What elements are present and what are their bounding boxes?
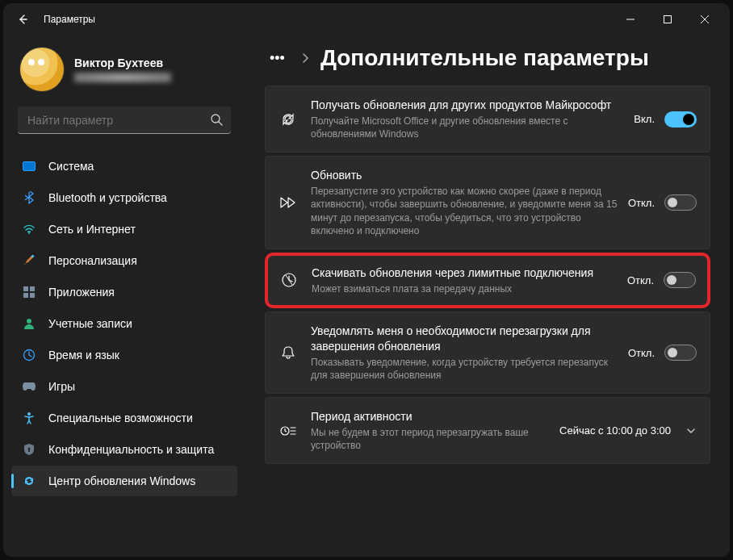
card-desc: Может взиматься плата за передачу данных xyxy=(312,282,619,295)
profile-block[interactable]: Виктор Бухтеев xyxy=(11,42,237,107)
card-title: Обновить xyxy=(311,168,620,183)
person-icon xyxy=(21,316,37,332)
clock-globe-icon xyxy=(21,347,37,363)
maximize-icon xyxy=(663,15,672,24)
bluetooth-icon xyxy=(21,190,37,206)
sidebar-item-network[interactable]: Сеть и Интернет xyxy=(11,214,237,244)
card-title: Получать обновления для других продуктов… xyxy=(311,98,626,113)
card-restart-notify[interactable]: Уведомлять меня о необходимости перезагр… xyxy=(265,311,710,394)
sidebar-item-windows-update[interactable]: Центр обновления Windows xyxy=(11,466,237,496)
svg-point-13 xyxy=(27,319,31,324)
fast-forward-icon xyxy=(275,194,301,211)
sidebar-item-bluetooth[interactable]: Bluetooth и устройства xyxy=(11,182,237,213)
back-button[interactable] xyxy=(10,6,36,32)
avatar xyxy=(19,47,65,92)
wifi-icon xyxy=(21,221,37,237)
apps-icon xyxy=(21,284,37,300)
card-metered-download[interactable]: Скачивать обновления через лимитные подк… xyxy=(265,253,710,308)
sidebar-item-label: Центр обновления Windows xyxy=(48,474,195,487)
active-hours-value: Сейчас с 10:00 до 3:00 xyxy=(559,424,671,437)
search-icon xyxy=(210,113,223,126)
shield-icon xyxy=(21,441,37,458)
settings-cards: Получать обновления для других продуктов… xyxy=(265,86,710,464)
toggle-state-label: Откл. xyxy=(628,347,655,359)
card-desc: Получайте Microsoft Office и другие обно… xyxy=(311,115,626,140)
svg-point-7 xyxy=(28,232,30,234)
card-desc: Мы не будем в этот период перезагружать … xyxy=(311,426,551,452)
close-button[interactable] xyxy=(686,6,723,32)
svg-rect-17 xyxy=(28,449,30,452)
search-box[interactable] xyxy=(18,107,231,134)
search-input[interactable] xyxy=(18,107,231,134)
breadcrumb-overflow-button[interactable]: ••• xyxy=(265,47,290,70)
sidebar-item-personalization[interactable]: Персонализация xyxy=(11,245,237,276)
card-active-hours[interactable]: Период активности Мы не будем в этот пер… xyxy=(265,397,710,464)
close-icon xyxy=(700,15,710,24)
sidebar-item-label: Учетные записи xyxy=(48,317,132,330)
sidebar-item-label: Система xyxy=(48,160,94,173)
sidebar-item-accounts[interactable]: Учетные записи xyxy=(11,308,237,339)
sidebar: Виктор Бухтеев Система Bluetooth и устро… xyxy=(3,36,245,557)
sidebar-item-apps[interactable]: Приложения xyxy=(11,277,237,307)
display-icon xyxy=(21,158,37,174)
chevron-right-icon xyxy=(301,52,309,64)
toggle-state-label: Вкл. xyxy=(634,113,655,125)
svg-point-15 xyxy=(27,412,31,416)
svg-line-6 xyxy=(219,122,222,125)
sidebar-item-accessibility[interactable]: Специальные возможности xyxy=(11,403,237,433)
card-title: Скачивать обновления через лимитные подк… xyxy=(312,265,619,281)
toggle-restart-asap[interactable] xyxy=(664,194,697,211)
sidebar-item-privacy[interactable]: Конфиденциальность и защита xyxy=(11,434,237,465)
sidebar-item-label: Специальные возможности xyxy=(48,412,193,424)
toggle-state-label: Откл. xyxy=(627,274,654,286)
card-other-products-updates[interactable]: Получать обновления для других продуктов… xyxy=(265,86,710,153)
svg-rect-10 xyxy=(30,286,35,291)
metered-icon xyxy=(276,272,302,288)
arrow-left-icon xyxy=(16,13,29,26)
page-title: Дополнительные параметры xyxy=(320,45,649,71)
accessibility-icon xyxy=(21,410,37,426)
window-title: Параметры xyxy=(44,14,95,25)
svg-rect-12 xyxy=(30,293,35,298)
chevron-down-icon xyxy=(685,425,697,437)
svg-point-5 xyxy=(212,115,220,123)
titlebar: Параметры xyxy=(3,3,730,36)
sidebar-item-system[interactable]: Система xyxy=(11,151,237,182)
maximize-button[interactable] xyxy=(649,6,686,32)
toggle-restart-notify[interactable] xyxy=(664,345,697,361)
svg-rect-2 xyxy=(664,16,672,23)
card-title: Период активности xyxy=(311,409,551,424)
sidebar-item-label: Сеть и Интернет xyxy=(48,223,136,236)
gamepad-icon xyxy=(21,378,37,395)
card-desc: Перезапустите это устройство как можно с… xyxy=(311,185,620,237)
toggle-state-label: Откл. xyxy=(628,197,655,209)
active-hours-icon xyxy=(275,423,301,439)
nav-list: Система Bluetooth и устройства Сеть и Ин… xyxy=(11,150,237,497)
sidebar-item-label: Игры xyxy=(48,380,75,393)
sidebar-item-label: Bluetooth и устройства xyxy=(48,191,167,204)
sidebar-item-label: Персонализация xyxy=(48,254,137,267)
paintbrush-icon xyxy=(21,253,37,269)
toggle-other-products[interactable] xyxy=(664,111,697,127)
sidebar-item-gaming[interactable]: Игры xyxy=(11,371,237,402)
breadcrumb: ••• Дополнительные параметры xyxy=(265,45,710,71)
settings-window: Параметры Виктор Бухтеев xyxy=(3,3,730,557)
sync-icon xyxy=(275,111,301,127)
sidebar-item-label: Время и язык xyxy=(48,349,119,361)
sidebar-item-label: Конфиденциальность и защита xyxy=(48,443,214,456)
sidebar-item-label: Приложения xyxy=(48,286,115,299)
minimize-icon xyxy=(626,15,635,24)
card-desc: Показывать уведомление, когда устройству… xyxy=(311,356,620,382)
svg-rect-9 xyxy=(23,286,28,291)
main-content: ••• Дополнительные параметры Получать об… xyxy=(245,36,730,557)
windows-update-icon xyxy=(21,473,37,489)
sidebar-item-time-language[interactable]: Время и язык xyxy=(11,340,237,370)
minimize-button[interactable] xyxy=(612,6,649,32)
card-restart-asap[interactable]: Обновить Перезапустите это устройство ка… xyxy=(265,156,710,249)
toggle-metered-download[interactable] xyxy=(664,272,696,288)
profile-email-blurred xyxy=(74,73,171,82)
profile-name: Виктор Бухтеев xyxy=(74,56,171,69)
bell-icon xyxy=(275,345,301,361)
card-title: Уведомлять меня о необходимости перезагр… xyxy=(311,324,620,354)
svg-rect-11 xyxy=(23,293,28,298)
